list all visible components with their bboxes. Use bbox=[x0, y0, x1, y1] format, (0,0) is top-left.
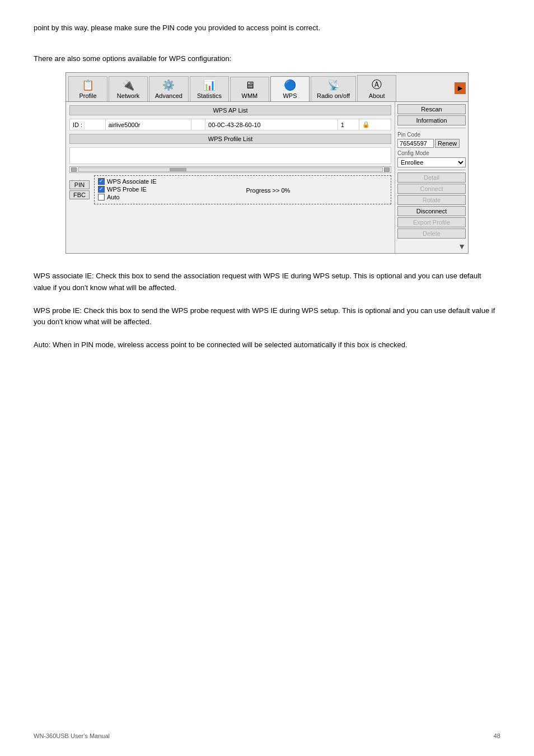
tab-about-label: About bbox=[369, 92, 385, 99]
pin-code-label: Pin Code bbox=[397, 132, 466, 138]
progress-wps-probe-row: WPS Probe IE Auto Progress >> 0% bbox=[98, 186, 387, 202]
wps-associate-label: WPS Associate IE bbox=[107, 178, 157, 185]
desc-auto: Auto: When in PIN mode, wireless access … bbox=[34, 339, 500, 351]
wps-probe-checkbox[interactable] bbox=[98, 186, 105, 193]
wps-panel: 📋 Profile 🔌 Network ⚙️ Advanced 📊 Statis… bbox=[65, 72, 469, 254]
tab-wmm[interactable]: 🖥 WMM bbox=[230, 77, 269, 101]
renew-button[interactable]: Renew bbox=[435, 139, 460, 148]
ap-spacer1 bbox=[191, 119, 205, 130]
scroll-right-btn[interactable] bbox=[384, 167, 390, 172]
page-footer: WN-360USB User's Manual 48 bbox=[34, 732, 500, 739]
scroll-track[interactable] bbox=[78, 167, 383, 172]
tab-network[interactable]: 🔌 Network bbox=[109, 76, 148, 101]
detail-button[interactable]: Detail bbox=[397, 172, 466, 183]
wps-probe-label: WPS Probe IE bbox=[107, 186, 147, 193]
tab-statistics[interactable]: 📊 Statistics bbox=[190, 76, 229, 101]
pin-fbc-buttons: PIN FBC bbox=[69, 180, 90, 199]
ap-mac: 00-0C-43-28-60-10 bbox=[205, 119, 338, 130]
radio-icon: 📡 bbox=[327, 79, 340, 91]
auto-checkbox[interactable] bbox=[98, 194, 105, 200]
intro-line1: point by this way, please make sure the … bbox=[34, 22, 500, 34]
tab-profile[interactable]: 📋 Profile bbox=[68, 76, 107, 101]
rescan-button[interactable]: Rescan bbox=[397, 104, 466, 114]
pin-code-row: Renew bbox=[397, 139, 466, 148]
tab-network-label: Network bbox=[117, 92, 139, 99]
auto-row: Auto bbox=[98, 194, 147, 200]
tab-wmm-label: WMM bbox=[242, 92, 258, 99]
pin-button[interactable]: PIN bbox=[69, 180, 90, 189]
wps-profile-section: WPS Profile List bbox=[66, 134, 395, 164]
footer-left: WN-360USB User's Manual bbox=[34, 732, 110, 739]
information-button[interactable]: Information bbox=[397, 115, 466, 125]
desc-wps-probe: WPS probe IE: Check this box to send the… bbox=[34, 305, 500, 329]
separator-1 bbox=[397, 128, 466, 128]
tab-about[interactable]: Ⓐ About bbox=[357, 75, 396, 101]
statistics-icon: 📊 bbox=[203, 79, 216, 91]
wps-probe-row: WPS Probe IE bbox=[98, 186, 147, 193]
disconnect-button[interactable]: Disconnect bbox=[397, 206, 466, 216]
bottom-section: PIN FBC WPS Associate IE WPS Probe IE bbox=[69, 175, 391, 204]
tab-wps-label: WPS bbox=[283, 92, 297, 99]
ap-signal: 1 bbox=[338, 119, 359, 130]
separator-2 bbox=[397, 170, 466, 170]
advanced-icon: ⚙️ bbox=[162, 79, 175, 91]
horizontal-scrollbar[interactable] bbox=[69, 166, 391, 173]
config-mode-label: Config Mode bbox=[397, 150, 466, 156]
rotate-button[interactable]: Rotate bbox=[397, 195, 466, 205]
ap-table-row[interactable]: ID : airlive5000r 00-0C-43-28-60-10 1 🔒 bbox=[70, 119, 391, 130]
panel-left: WPS AP List ID : airlive5000r 00-0C-43-2… bbox=[66, 102, 395, 253]
panel-right: Rescan Information Pin Code Renew Config… bbox=[395, 102, 468, 253]
about-icon: Ⓐ bbox=[372, 78, 382, 91]
tab-wps[interactable]: 🔵 WPS bbox=[270, 76, 310, 101]
pin-code-input[interactable] bbox=[397, 139, 434, 148]
network-icon: 🔌 bbox=[122, 79, 134, 91]
scroll-left-btn[interactable] bbox=[71, 167, 77, 172]
ap-id-label: ID : bbox=[70, 119, 106, 130]
scroll-thumb[interactable] bbox=[170, 168, 186, 171]
fbc-button[interactable]: FBC bbox=[69, 190, 90, 199]
wps-icon: 🔵 bbox=[284, 79, 296, 91]
auto-label: Auto bbox=[107, 194, 120, 200]
profile-list-area bbox=[69, 147, 391, 164]
tab-radio-label: Radio on/off bbox=[317, 92, 350, 99]
wmm-icon: 🖥 bbox=[245, 80, 255, 91]
tab-radio[interactable]: 📡 Radio on/off bbox=[311, 76, 356, 101]
profile-icon: 📋 bbox=[82, 79, 94, 91]
tab-arrow-button[interactable]: ▶ bbox=[455, 82, 466, 94]
wps-profile-list-header: WPS Profile List bbox=[69, 134, 391, 144]
ap-lock-icon: 🔒 bbox=[359, 119, 391, 130]
tab-advanced-label: Advanced bbox=[155, 92, 182, 99]
tab-bar: 📋 Profile 🔌 Network ⚙️ Advanced 📊 Statis… bbox=[66, 73, 468, 102]
panel-content: WPS AP List ID : airlive5000r 00-0C-43-2… bbox=[66, 102, 468, 253]
wps-associate-checkbox[interactable] bbox=[98, 178, 105, 185]
scroll-down-icon[interactable]: ▼ bbox=[397, 242, 466, 251]
ap-id-value: airlive5000r bbox=[105, 119, 191, 130]
progress-text: Progress >> 0% bbox=[246, 187, 291, 194]
tab-profile-label: Profile bbox=[79, 92, 96, 99]
connect-button[interactable]: Connect bbox=[397, 184, 466, 194]
ap-table: ID : airlive5000r 00-0C-43-28-60-10 1 🔒 bbox=[69, 119, 391, 130]
desc-wps-associate: WPS associate IE: Check this box to send… bbox=[34, 270, 500, 294]
wps-associate-row: WPS Associate IE bbox=[98, 178, 387, 185]
delete-button[interactable]: Delete bbox=[397, 228, 466, 239]
checkboxes-area: WPS Associate IE WPS Probe IE Auto bbox=[94, 175, 391, 204]
left-checkboxes: WPS Probe IE Auto bbox=[98, 186, 147, 202]
footer-right: 48 bbox=[494, 732, 500, 739]
tab-statistics-label: Statistics bbox=[197, 92, 222, 99]
wps-ap-list-header: WPS AP List bbox=[69, 105, 391, 115]
config-mode-select[interactable]: Enrollee Registrar bbox=[397, 157, 466, 167]
progress-area: Progress >> 0% bbox=[149, 186, 387, 202]
tab-advanced[interactable]: ⚙️ Advanced bbox=[149, 76, 189, 101]
intro-line2: There are also some options available fo… bbox=[34, 53, 500, 64]
export-profile-button[interactable]: Export Profile bbox=[397, 217, 466, 227]
